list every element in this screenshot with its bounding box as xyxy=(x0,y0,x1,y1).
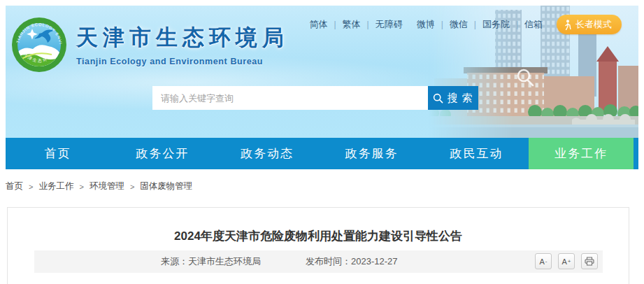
source-label: 来源： xyxy=(161,256,188,267)
topbar-link[interactable]: 微博 xyxy=(417,19,435,29)
nav-item[interactable]: 业务工作 xyxy=(529,138,634,169)
publish-value: 2023-12-27 xyxy=(351,256,398,267)
topbar: 简体|繁体|无障碍 微博|微信|国务院|信箱 长者模式 xyxy=(309,15,622,34)
nav-item[interactable]: 首页 xyxy=(6,138,110,169)
publish-label: 发布时间： xyxy=(306,256,351,267)
topbar-link[interactable]: 国务院 xyxy=(482,19,510,29)
searchbar: 搜 索 xyxy=(152,86,478,110)
breadcrumb-link[interactable]: 业务工作 xyxy=(38,180,73,192)
nav-item[interactable]: 政务公开 xyxy=(110,138,215,169)
elder-mode-button[interactable]: 长者模式 xyxy=(557,15,622,34)
article-panel: 2024年度天津市危险废物利用处置能力建设引导性公告 来源：天津市生态环境局 发… xyxy=(7,207,629,284)
page: 简体|繁体|无障碍 微博|微信|国务院|信箱 长者模式 xyxy=(0,0,644,284)
topbar-link[interactable]: 无障碍 xyxy=(375,19,403,29)
separator: > xyxy=(29,183,33,191)
search-button[interactable]: 搜 索 xyxy=(428,86,478,110)
search-button-label: 搜 索 xyxy=(447,92,473,105)
breadcrumb-link[interactable]: 首页 xyxy=(6,180,23,192)
separator: | xyxy=(441,20,443,29)
breadcrumb-link[interactable]: 环境管理 xyxy=(90,180,124,192)
font-letter: A xyxy=(561,257,566,266)
nav-item[interactable]: 政务服务 xyxy=(320,138,424,169)
elder-person-icon xyxy=(564,20,572,30)
site-name: 天津市生态环境局 xyxy=(76,23,289,52)
site-titles: 天津市生态环境局 Tianjin Ecology and Environment… xyxy=(76,23,289,66)
nav-item[interactable]: 政民互动 xyxy=(424,138,529,169)
site-brand: TIANJIN ECOLOGY ENVIRONMENT 天津生态环境 天津市生态… xyxy=(11,17,289,73)
separator: | xyxy=(516,20,518,29)
site-name-en: Tianjin Ecology and Environment Bureau xyxy=(76,57,289,66)
site-logo: TIANJIN ECOLOGY ENVIRONMENT 天津生态环境 xyxy=(11,17,67,73)
site-header: 简体|繁体|无障碍 微博|微信|国务院|信箱 长者模式 xyxy=(6,6,638,138)
separator: | xyxy=(334,20,336,29)
article-title: 2024年度天津市危险废物利用处置能力建设引导性公告 xyxy=(22,228,615,244)
search-input[interactable] xyxy=(152,86,428,110)
topbar-link[interactable]: 繁体 xyxy=(343,19,361,29)
topbar-link[interactable]: 简体 xyxy=(309,19,327,29)
article-source: 来源：天津市生态环境局 xyxy=(161,250,261,273)
separator: | xyxy=(474,20,476,29)
plus-sign: + xyxy=(568,259,571,264)
source-value: 天津市生态环境局 xyxy=(188,256,261,267)
separator: > xyxy=(79,183,83,191)
font-decrease-button[interactable]: A- xyxy=(535,253,552,269)
main-navigation: 首页 政务公开 政务动态 政务服务 政民互动 业务工作 xyxy=(6,138,638,169)
topbar-link[interactable]: 微信 xyxy=(450,19,468,29)
breadcrumb: 首页>业务工作>环境管理>固体废物管理 xyxy=(6,180,192,192)
media-links: 微博|微信|国务院|信箱 xyxy=(417,18,543,31)
elder-mode-label: 长者模式 xyxy=(575,18,612,31)
logo-emblem: TIANJIN ECOLOGY ENVIRONMENT 天津生态环境 xyxy=(11,17,67,73)
breadcrumb-link[interactable]: 固体废物管理 xyxy=(140,180,192,192)
print-button[interactable] xyxy=(581,253,598,269)
nav-item[interactable]: 政务动态 xyxy=(215,138,320,169)
article-publish-date: 发布时间：2023-12-27 xyxy=(306,250,398,273)
language-links: 简体|繁体|无障碍 xyxy=(309,18,402,31)
article-meta-bar: 来源：天津市生态环境局 发布时间：2023-12-27 A- A+ xyxy=(34,250,603,273)
article-tools: A- A+ xyxy=(535,253,598,269)
search-icon xyxy=(433,93,443,104)
printer-icon xyxy=(585,257,594,266)
font-increase-button[interactable]: A+ xyxy=(558,253,575,269)
minus-sign: - xyxy=(545,259,548,264)
separator: > xyxy=(130,183,134,191)
font-letter: A xyxy=(539,257,544,266)
topbar-link[interactable]: 信箱 xyxy=(524,19,543,29)
separator: | xyxy=(367,20,369,29)
